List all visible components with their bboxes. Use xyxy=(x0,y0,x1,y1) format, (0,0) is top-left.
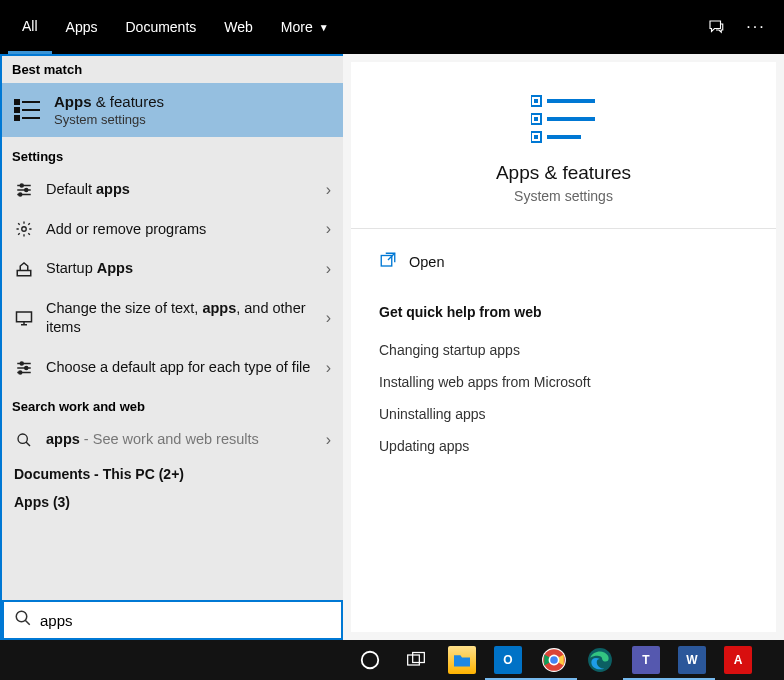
tab-web[interactable]: Web xyxy=(210,0,267,54)
taskbar-edge[interactable] xyxy=(577,640,623,680)
svg-rect-40 xyxy=(413,653,425,663)
svg-point-9 xyxy=(25,188,28,191)
best-match-header: Best match xyxy=(2,56,343,83)
help-link-1[interactable]: Installing web apps from Microsoft xyxy=(379,366,748,398)
documents-group-header[interactable]: Documents - This PC (2+) xyxy=(2,460,343,488)
svg-rect-2 xyxy=(15,108,19,112)
tab-all[interactable]: All xyxy=(8,0,52,54)
open-icon xyxy=(379,251,397,272)
svg-rect-39 xyxy=(408,655,420,665)
sliders-icon xyxy=(14,181,34,199)
more-options-icon[interactable]: ··· xyxy=(736,0,776,54)
chevron-right-icon: › xyxy=(326,260,331,278)
tab-more-label: More xyxy=(281,19,313,35)
svg-point-44 xyxy=(550,656,558,664)
svg-point-23 xyxy=(18,434,27,443)
settings-result-label: Add or remove programs xyxy=(46,220,314,240)
svg-point-11 xyxy=(19,193,22,196)
settings-header: Settings xyxy=(2,143,343,170)
svg-rect-34 xyxy=(534,135,538,139)
apps-group-header[interactable]: Apps (3) xyxy=(2,488,343,516)
help-link-3[interactable]: Updating apps xyxy=(379,430,748,462)
open-label: Open xyxy=(409,254,444,270)
svg-point-12 xyxy=(22,227,27,232)
search-input[interactable] xyxy=(40,612,331,629)
chevron-right-icon: › xyxy=(326,431,331,449)
search-bar[interactable] xyxy=(2,600,343,640)
search-icon xyxy=(14,609,32,631)
apps-features-icon xyxy=(14,98,42,122)
svg-rect-13 xyxy=(17,270,31,275)
chevron-right-icon: › xyxy=(326,359,331,377)
tab-apps[interactable]: Apps xyxy=(52,0,112,54)
chevron-right-icon: › xyxy=(326,309,331,327)
settings-result-2[interactable]: Startup Apps› xyxy=(2,249,343,289)
search-icon xyxy=(14,432,34,448)
taskbar-task-view[interactable] xyxy=(393,640,439,680)
preview-title: Apps & features xyxy=(379,162,748,184)
open-action[interactable]: Open xyxy=(379,247,748,276)
search-web-header: Search work and web xyxy=(2,393,343,420)
search-web-result[interactable]: apps - See work and web results › xyxy=(2,420,343,460)
svg-point-38 xyxy=(362,652,379,669)
settings-result-0[interactable]: Default apps› xyxy=(2,170,343,210)
divider xyxy=(351,228,776,229)
taskbar-file-explorer[interactable] xyxy=(439,640,485,680)
help-link-2[interactable]: Uninstalling apps xyxy=(379,398,748,430)
svg-rect-0 xyxy=(15,100,19,104)
monitor-icon xyxy=(14,309,34,327)
taskbar-chrome[interactable] xyxy=(531,640,577,680)
feedback-icon[interactable] xyxy=(696,0,736,54)
startup-icon xyxy=(14,260,34,278)
svg-point-7 xyxy=(20,184,23,187)
preview-subtitle: System settings xyxy=(379,188,748,204)
tab-more[interactable]: More ▼ xyxy=(267,0,343,54)
settings-result-label: Choose a default app for each type of fi… xyxy=(46,358,314,378)
preview-icon xyxy=(379,92,748,148)
svg-point-22 xyxy=(19,371,22,374)
chevron-down-icon: ▼ xyxy=(319,22,329,33)
svg-rect-14 xyxy=(17,312,32,322)
best-match-result[interactable]: Apps & features System settings xyxy=(2,83,343,137)
settings-result-3[interactable]: Change the size of text, apps, and other… xyxy=(2,289,343,348)
settings-result-1[interactable]: Add or remove programs› xyxy=(2,210,343,250)
best-match-subtitle: System settings xyxy=(54,112,164,127)
taskbar-word[interactable]: W xyxy=(669,640,715,680)
svg-point-20 xyxy=(25,366,28,369)
search-web-label: apps - See work and web results xyxy=(46,430,314,450)
sliders-icon xyxy=(14,359,34,377)
svg-rect-31 xyxy=(534,117,538,121)
taskbar-acrobat[interactable]: A xyxy=(715,640,761,680)
svg-rect-28 xyxy=(534,99,538,103)
preview-panel: Apps & features System settings Open Get… xyxy=(343,54,784,640)
svg-rect-4 xyxy=(15,116,19,120)
taskbar-cortana[interactable] xyxy=(347,640,393,680)
chevron-right-icon: › xyxy=(326,220,331,238)
taskbar-teams[interactable]: T xyxy=(623,640,669,680)
taskbar: OTWA xyxy=(0,640,784,680)
settings-result-label: Startup Apps xyxy=(46,259,314,279)
settings-result-4[interactable]: Choose a default app for each type of fi… xyxy=(2,348,343,388)
tab-documents[interactable]: Documents xyxy=(111,0,210,54)
gear-icon xyxy=(14,220,34,238)
help-header: Get quick help from web xyxy=(379,304,748,320)
svg-line-24 xyxy=(26,442,30,446)
best-match-title: Apps & features xyxy=(54,93,164,110)
settings-result-label: Default apps xyxy=(46,180,314,200)
taskbar-outlook[interactable]: O xyxy=(485,640,531,680)
svg-point-25 xyxy=(16,611,27,622)
settings-result-label: Change the size of text, apps, and other… xyxy=(46,299,314,338)
svg-line-26 xyxy=(25,620,30,625)
svg-point-18 xyxy=(20,362,23,365)
chevron-right-icon: › xyxy=(326,181,331,199)
help-link-0[interactable]: Changing startup apps xyxy=(379,334,748,366)
top-tab-bar: All Apps Documents Web More ▼ ··· xyxy=(0,0,784,54)
results-panel: Best match Apps & features System settin… xyxy=(0,54,343,640)
